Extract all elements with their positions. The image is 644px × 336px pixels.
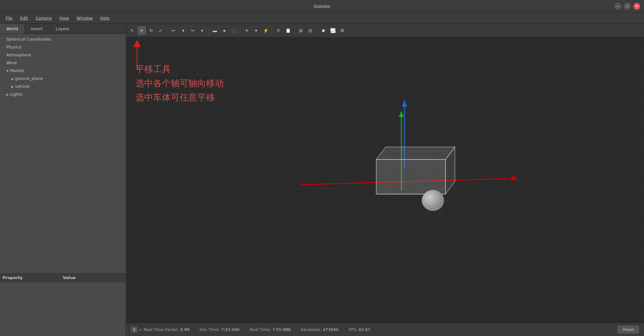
expand-arrow-lights: ▶: [6, 93, 9, 96]
svg-point-12: [422, 190, 444, 211]
tree-item-ground-plane[interactable]: ▶ground_plane: [0, 75, 126, 82]
menu-help[interactable]: Help: [97, 14, 113, 22]
reset-button[interactable]: Reset: [618, 326, 639, 333]
toolbar-redo[interactable]: ↪: [188, 26, 197, 35]
annotation-line3: 选中车体可任意平移: [135, 91, 224, 105]
svg-marker-3: [512, 176, 518, 181]
toolbar-record[interactable]: ⏺: [319, 26, 328, 35]
tab-world[interactable]: World: [0, 24, 25, 34]
maximize-button[interactable]: ☐: [624, 3, 631, 10]
tree-item-spherical-coordinates[interactable]: Spherical Coordinates: [0, 35, 126, 43]
tree-item-lights[interactable]: ▶Lights: [0, 90, 126, 98]
toolbar-settings[interactable]: ⚙: [338, 26, 347, 35]
svg-marker-9: [376, 147, 455, 160]
toolbar-undo-arrow[interactable]: ▾: [179, 26, 187, 35]
svg-rect-8: [376, 160, 446, 194]
3d-canvas[interactable]: 平移工具 选中各个轴可轴向移动 选中车体可任意平移: [126, 37, 644, 323]
titlebar: Gazebo — ☐ ✕: [0, 0, 644, 13]
world-tree[interactable]: Spherical Coordinates Physics Atmosphere…: [0, 34, 126, 273]
menu-edit[interactable]: Edit: [17, 14, 31, 22]
menu-camera[interactable]: Camera: [32, 14, 55, 22]
toolbar-redo-arrow[interactable]: ▾: [198, 26, 206, 35]
tab-layers[interactable]: Layers: [49, 24, 76, 34]
toolbar-copy[interactable]: ⎘: [274, 26, 283, 35]
main-content: World Insert Layers Spherical Coordinate…: [0, 24, 644, 336]
annotation-line2: 选中各个轴可轴向移动: [135, 76, 224, 91]
toolbar-sphere[interactable]: ●: [220, 26, 229, 35]
sim-time-value: 7:53.040: [221, 327, 239, 332]
iterations-value: 473040: [323, 327, 339, 332]
toolbar-rotate-tool[interactable]: ↻: [147, 26, 156, 35]
forward-icon: »: [139, 327, 142, 332]
tree-item-vehicle[interactable]: ▶vehicle: [0, 82, 126, 90]
property-panel: Property Value: [0, 273, 126, 336]
real-time-value: 7:55.986: [272, 327, 290, 332]
svg-marker-7: [402, 100, 407, 107]
app-title: Gazebo: [314, 4, 331, 9]
fps-label: FPS:: [348, 327, 357, 332]
toolbar-select-tool[interactable]: ↖: [128, 26, 137, 35]
toolbar-sep-4: [272, 27, 272, 34]
property-column-header: Property: [3, 275, 63, 280]
toolbar-scale-tool[interactable]: ⤢: [156, 26, 165, 35]
statusbar: ⏸ » Real Time Factor: 0.99 Sim Time: 7:5…: [126, 323, 644, 336]
tree-item-wind[interactable]: Wind: [0, 59, 126, 67]
real-time-factor-value: 0.99: [180, 327, 189, 332]
toolbar-sep-3: [240, 27, 240, 34]
iterations-label: Iterations:: [301, 327, 321, 332]
viewport: ↖ ✛ ↻ ⤢ ↩ ▾ ↪ ▾ ▬ ● ⬛ ☀ ✦ ⚡ ⎘ 📋 ⊞ ⊟ ⏺ 📈: [126, 24, 644, 336]
close-button[interactable]: ✕: [633, 3, 640, 10]
toolbar-cylinder[interactable]: ⬛: [229, 26, 238, 35]
toolbar-paste[interactable]: 📋: [284, 26, 292, 35]
real-time-factor-label: Real Time Factor:: [144, 327, 179, 332]
left-panel: World Insert Layers Spherical Coordinate…: [0, 24, 126, 336]
toolbar: ↖ ✛ ↻ ⤢ ↩ ▾ ↪ ▾ ▬ ● ⬛ ☀ ✦ ⚡ ⎘ 📋 ⊞ ⊟ ⏺ 📈: [126, 24, 644, 37]
toolbar-snap[interactable]: ⊟: [306, 26, 315, 35]
menu-view[interactable]: View: [56, 14, 72, 22]
toolbar-box[interactable]: ▬: [210, 26, 219, 35]
tree-item-models[interactable]: ▼Models: [0, 67, 126, 75]
toolbar-translate-tool[interactable]: ✛: [137, 26, 146, 35]
expand-arrow-ground: ▶: [11, 77, 14, 81]
svg-marker-5: [399, 111, 404, 117]
toolbar-sep-5: [294, 27, 295, 34]
tab-bar: World Insert Layers: [0, 24, 126, 34]
value-column-header: Value: [63, 275, 124, 280]
toolbar-align[interactable]: ⊞: [296, 26, 305, 35]
toolbar-sep-6: [317, 27, 317, 34]
minimize-button[interactable]: —: [614, 3, 621, 10]
tab-insert[interactable]: Insert: [25, 24, 49, 34]
menu-file[interactable]: File: [3, 14, 16, 22]
annotation-text: 平移工具 选中各个轴可轴向移动 选中车体可任意平移: [135, 62, 224, 104]
expand-arrow-vehicle: ▶: [11, 85, 14, 88]
real-time-label: Real Time:: [250, 327, 271, 332]
property-header: Property Value: [0, 273, 126, 282]
pause-button[interactable]: ⏸: [131, 327, 137, 333]
expand-arrow-models: ▼: [6, 69, 9, 73]
annotation-line1: 平移工具: [135, 62, 224, 76]
toolbar-light3[interactable]: ⚡: [261, 26, 270, 35]
toolbar-light1[interactable]: ☀: [242, 26, 251, 35]
toolbar-sep-1: [167, 27, 167, 34]
toolbar-sep-2: [208, 27, 209, 34]
menubar: File Edit Camera View Window Help: [0, 13, 644, 24]
window-controls: — ☐ ✕: [614, 3, 640, 10]
fps-value: 62.67: [359, 327, 370, 332]
menu-window[interactable]: Window: [73, 14, 96, 22]
toolbar-graph[interactable]: 📈: [328, 26, 337, 35]
sim-time-label: Sim Time:: [199, 327, 220, 332]
tree-item-physics[interactable]: Physics: [0, 43, 126, 51]
tree-item-atmosphere[interactable]: Atmosphere: [0, 51, 126, 59]
translate-up-arrow: [131, 40, 143, 72]
toolbar-undo[interactable]: ↩: [169, 26, 178, 35]
3d-scene: [301, 93, 521, 251]
toolbar-light2[interactable]: ✦: [252, 26, 261, 35]
